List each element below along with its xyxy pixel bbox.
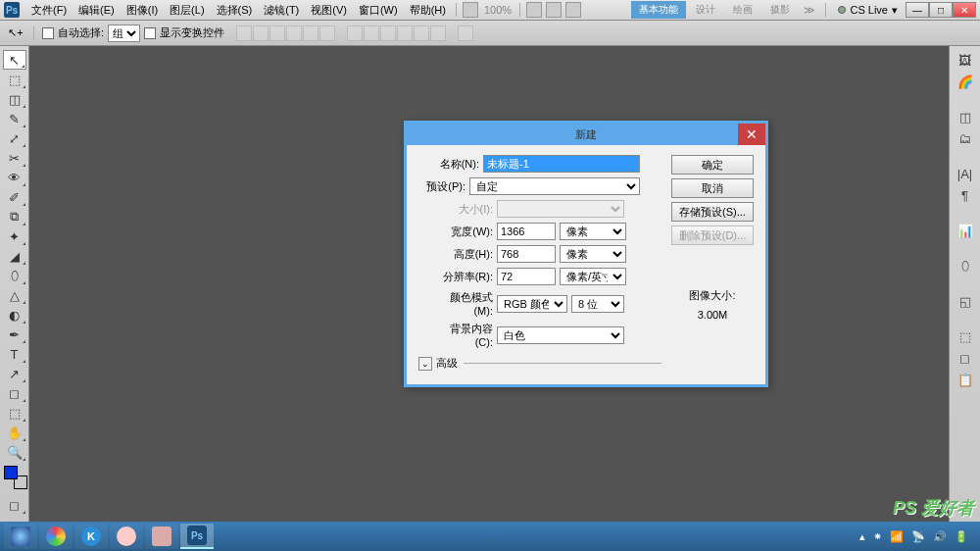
brush-tool[interactable]: ✐ <box>3 187 26 207</box>
swatches-panel-icon[interactable]: ◫ <box>954 107 977 126</box>
text-tool[interactable]: T <box>3 344 26 364</box>
character-panel-icon[interactable]: |A| <box>954 164 977 183</box>
crop-tool[interactable]: ⤢ <box>3 128 26 148</box>
foreground-color-swatch[interactable] <box>4 466 18 479</box>
quickmask-tool[interactable]: ◻ <box>3 495 26 515</box>
adjustments-panel-icon[interactable]: 📊 <box>954 221 977 240</box>
resolution-input[interactable] <box>497 268 556 285</box>
minimize-button[interactable]: — <box>906 2 929 18</box>
taskbar-app2[interactable] <box>145 524 178 549</box>
zoom-level[interactable]: 100% <box>480 2 515 18</box>
dodge-tool[interactable]: ◐ <box>3 305 26 325</box>
start-button[interactable] <box>4 524 37 549</box>
dist-top-icon[interactable] <box>347 25 363 41</box>
history-brush-tool[interactable]: ✦ <box>3 226 26 246</box>
width-input[interactable] <box>497 223 556 240</box>
zoom-tool[interactable]: 🔍 <box>3 442 26 462</box>
dist-hcenter-icon[interactable] <box>414 25 429 41</box>
hand-tool[interactable]: ✋ <box>3 423 26 442</box>
layers-panel-icon[interactable]: ⬚ <box>954 326 977 346</box>
system-tray[interactable]: ▴ ⁕ 📶 📡 🔊 🔋 <box>859 530 976 543</box>
bitdepth-dropdown[interactable]: 8 位 <box>571 295 624 313</box>
background-dropdown[interactable]: 白色 <box>497 326 624 344</box>
channels-panel-icon[interactable]: ◻ <box>954 348 977 368</box>
autoselect-checkbox[interactable] <box>42 27 54 39</box>
move-tool[interactable]: ↖ <box>3 50 26 70</box>
menu-layer[interactable]: 图层(L) <box>164 1 210 20</box>
autoselect-dropdown[interactable]: 组 <box>108 25 140 42</box>
align-top-icon[interactable] <box>236 25 252 41</box>
color-panel-icon[interactable]: 🌈 <box>954 72 977 91</box>
dist-bottom-icon[interactable] <box>380 25 396 41</box>
wifi-icon[interactable]: 📶 <box>890 530 904 543</box>
dialog-close-button[interactable]: ✕ <box>738 124 765 145</box>
align-hcenter-icon[interactable] <box>303 25 318 41</box>
shape-tool[interactable]: ◻ <box>3 383 26 403</box>
align-left-icon[interactable] <box>286 25 302 41</box>
maximize-button[interactable]: □ <box>929 2 953 18</box>
menu-help[interactable]: 帮助(H) <box>404 1 452 20</box>
wand-tool[interactable]: ✎ <box>3 109 26 128</box>
taskbar-kugou[interactable]: K <box>74 524 108 549</box>
screen-mode-icon[interactable] <box>565 2 581 18</box>
color-swatches[interactable] <box>4 466 27 489</box>
styles-panel-icon[interactable]: 🗂 <box>954 128 977 148</box>
save-preset-button[interactable]: 存储预设(S)... <box>671 202 754 222</box>
arrange-docs-icon[interactable] <box>546 2 562 18</box>
pen-tool[interactable]: ✒ <box>3 325 26 344</box>
cs-live-button[interactable]: CS Live ▾ <box>832 4 904 17</box>
taskbar-chrome[interactable] <box>39 524 73 549</box>
preset-dropdown[interactable]: 自定 <box>469 177 640 195</box>
gradient-tool[interactable]: ⬯ <box>3 266 26 285</box>
3d-tool[interactable]: ⬚ <box>3 403 26 423</box>
dist-vcenter-icon[interactable] <box>364 25 379 41</box>
align-vcenter-icon[interactable] <box>253 25 269 41</box>
close-button[interactable]: ✕ <box>953 2 976 18</box>
heal-tool[interactable]: 👁 <box>3 168 26 187</box>
dialog-title-bar[interactable]: 新建 ✕ <box>407 124 765 145</box>
workspace-design[interactable]: 设计 <box>688 1 723 19</box>
auto-align-icon[interactable] <box>458 25 473 41</box>
eraser-tool[interactable]: ◢ <box>3 246 26 266</box>
menu-select[interactable]: 选择(S) <box>211 1 259 20</box>
masks-panel-icon[interactable]: ⬯ <box>954 256 977 276</box>
menu-image[interactable]: 图像(I) <box>121 1 164 20</box>
tray-up-icon[interactable]: ▴ <box>859 530 865 543</box>
menu-file[interactable]: 文件(F) <box>25 1 73 20</box>
show-transform-checkbox[interactable] <box>144 27 156 39</box>
align-bottom-icon[interactable] <box>270 25 285 41</box>
bluetooth-icon[interactable]: ⁕ <box>873 530 882 543</box>
eyedropper-tool[interactable]: ✂ <box>3 148 26 168</box>
workspace-paint[interactable]: 绘画 <box>725 1 760 19</box>
ok-button[interactable]: 确定 <box>671 155 754 175</box>
menu-view[interactable]: 视图(V) <box>305 1 353 20</box>
workspace-photo[interactable]: 摄影 <box>762 1 798 19</box>
taskbar-photoshop[interactable]: Ps <box>180 524 214 549</box>
menu-edit[interactable]: 编辑(E) <box>73 1 121 20</box>
workspace-more-icon[interactable]: ≫ <box>800 4 819 17</box>
lasso-tool[interactable]: ◫ <box>3 89 26 109</box>
battery-icon[interactable]: 🔋 <box>955 530 968 543</box>
taskbar-app1[interactable] <box>110 524 143 549</box>
width-unit-dropdown[interactable]: 像素 <box>560 223 626 240</box>
cancel-button[interactable]: 取消 <box>671 178 754 198</box>
view-extras-icon[interactable] <box>526 2 542 18</box>
height-unit-dropdown[interactable]: 像素 <box>560 245 626 263</box>
name-input[interactable] <box>483 155 640 173</box>
path-tool[interactable]: ↗ <box>3 364 26 383</box>
height-input[interactable] <box>497 245 556 263</box>
paths-panel-icon[interactable]: 📋 <box>954 370 977 389</box>
menu-window[interactable]: 窗口(W) <box>353 1 404 20</box>
menu-filter[interactable]: 滤镜(T) <box>258 1 305 20</box>
align-right-icon[interactable] <box>319 25 335 41</box>
launch-bridge-icon[interactable] <box>463 2 478 18</box>
dist-right-icon[interactable] <box>430 25 446 41</box>
minibridge-panel-icon[interactable]: 🖼 <box>954 50 977 70</box>
blur-tool[interactable]: △ <box>3 285 26 305</box>
paragraph-panel-icon[interactable]: ¶ <box>954 185 977 205</box>
dist-left-icon[interactable] <box>397 25 413 41</box>
workspace-essentials[interactable]: 基本功能 <box>631 1 686 19</box>
advanced-toggle[interactable]: ⌄ 高级 <box>418 356 662 371</box>
resolution-unit-dropdown[interactable]: 像素/英寸 <box>560 268 626 285</box>
network-icon[interactable]: 📡 <box>911 530 925 543</box>
